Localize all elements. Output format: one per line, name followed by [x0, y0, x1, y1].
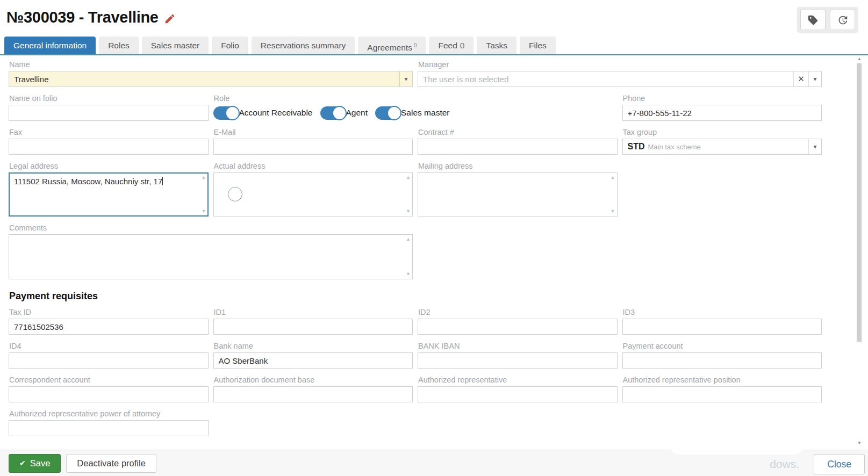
fax-field: Fax — [9, 128, 209, 155]
role-field: Role Account Receivable Agent Sales mast… — [213, 94, 618, 121]
mailing-address-field: Mailing address ▲ ▼ — [418, 162, 618, 217]
toggle-knob — [225, 106, 240, 120]
correspondent-account-label: Correspondent account — [9, 376, 209, 384]
actual-address-label: Actual address — [214, 162, 413, 170]
tax-group-dropdown-caret-icon[interactable]: ▾ — [808, 139, 821, 154]
check-icon: ✔ — [19, 459, 26, 467]
actual-address-field: Actual address ▲ ▼ — [213, 162, 413, 217]
white-smear-artifact — [669, 434, 804, 455]
tax-group-select[interactable]: STDMain tax scheme ▾ — [622, 139, 822, 155]
authorized-representative-position-input[interactable] — [622, 386, 822, 402]
header-action-group — [797, 7, 858, 33]
authorized-representative-position-field: Authorized representative position — [622, 376, 822, 402]
bank-name-input[interactable] — [213, 352, 413, 369]
id3-input[interactable] — [622, 319, 822, 335]
manager-label: Manager — [418, 60, 822, 69]
bank-name-field: Bank name — [213, 342, 413, 369]
authorization-document-base-input[interactable] — [213, 386, 413, 402]
email-input[interactable] — [213, 139, 413, 155]
tab-agreements[interactable]: Agreements0 — [358, 37, 426, 54]
name-value: Travelline — [9, 75, 399, 84]
scrollbar-thumb[interactable] — [857, 63, 862, 342]
legal-address-label: Legal address — [9, 162, 209, 170]
name-on-folio-input[interactable] — [9, 105, 209, 121]
tab-files[interactable]: Files — [520, 37, 556, 54]
id4-field: ID4 — [9, 342, 209, 369]
comments-label: Comments — [9, 223, 413, 232]
history-button[interactable] — [830, 10, 855, 30]
tax-group-desc: Main tax scheme — [648, 143, 701, 151]
edit-title-pencil-icon[interactable] — [164, 13, 176, 25]
id4-label: ID4 — [9, 342, 209, 350]
authorized-representative-field: Authorized representative — [418, 376, 618, 402]
contract-input[interactable] — [418, 139, 618, 155]
history-icon — [837, 15, 848, 26]
tab-general-information[interactable]: General information — [4, 37, 96, 54]
id1-input[interactable] — [213, 319, 413, 335]
mailing-address-textarea[interactable] — [418, 172, 618, 217]
id4-input[interactable] — [9, 352, 209, 369]
manager-combobox[interactable]: The user is not selected ✕ ▾ — [418, 71, 822, 87]
manager-placeholder: The user is not selected — [418, 75, 793, 84]
toggle-sales-master-label: Sales master — [401, 108, 449, 118]
fax-input[interactable] — [9, 139, 209, 155]
scrollbar-up-icon[interactable]: ▲ — [857, 57, 862, 61]
toggle-knob — [387, 106, 401, 120]
tax-group-label: Tax group — [623, 128, 822, 136]
agreements-count-badge: 0 — [414, 42, 417, 48]
tax-id-field: Tax ID — [9, 308, 209, 335]
tab-folio[interactable]: Folio — [212, 37, 248, 54]
name-dropdown-caret-icon[interactable]: ▾ — [399, 71, 412, 86]
tax-id-input[interactable] — [9, 319, 209, 335]
tag-icon — [807, 15, 819, 26]
tax-group-code: STD — [628, 142, 645, 151]
tab-roles[interactable]: Roles — [99, 37, 139, 54]
manager-clear-icon[interactable]: ✕ — [793, 71, 808, 86]
email-field: E-Mail — [213, 128, 413, 155]
manager-dropdown-caret-icon[interactable]: ▾ — [808, 71, 821, 86]
id2-input[interactable] — [418, 319, 618, 335]
mailing-address-label: Mailing address — [418, 162, 618, 170]
id2-label: ID2 — [418, 308, 618, 316]
name-on-folio-label: Name on folio — [9, 94, 209, 103]
name-label: Name — [9, 60, 413, 69]
toggle-knob — [332, 106, 347, 120]
authorized-representative-input[interactable] — [418, 386, 618, 402]
tab-tasks[interactable]: Tasks — [477, 37, 517, 54]
id2-field: ID2 — [418, 308, 618, 335]
general-information-panel: Name Travelline ▾ Manager The user is no… — [0, 55, 868, 450]
tab-sales-master[interactable]: Sales master — [142, 37, 209, 54]
tags-button[interactable] — [800, 10, 826, 30]
comments-textarea[interactable] — [9, 234, 413, 279]
payment-requisites-heading: Payment requisites — [9, 291, 822, 302]
page-header: №300039 - Travelline — [6, 9, 176, 26]
close-button[interactable]: Close — [814, 454, 865, 474]
text-cursor — [162, 177, 163, 185]
role-label: Role — [214, 94, 618, 103]
actual-address-textarea[interactable] — [213, 172, 413, 217]
windows-watermark-fragment: dows. — [770, 458, 799, 471]
name-on-folio-field: Name on folio — [9, 94, 209, 121]
phone-label: Phone — [623, 94, 822, 103]
save-button[interactable]: ✔ Save — [9, 454, 61, 473]
phone-field: Phone — [622, 94, 822, 121]
toggle-sales-master[interactable] — [375, 106, 400, 120]
legal-address-textarea[interactable]: 111502 Russia, Moscow, Nauchniy str, 17 — [9, 172, 209, 217]
correspondent-account-input[interactable] — [9, 386, 209, 402]
authorization-document-base-label: Authorization document base — [214, 376, 413, 384]
toggle-agent[interactable] — [320, 106, 346, 120]
toggle-account-receivable[interactable] — [213, 106, 239, 120]
scrollbar-down-icon[interactable]: ▼ — [857, 441, 862, 445]
manager-field: Manager The user is not selected ✕ ▾ — [418, 60, 822, 87]
bank-iban-input[interactable] — [418, 352, 618, 369]
payment-account-input[interactable] — [622, 352, 822, 369]
deactivate-profile-button[interactable]: Deactivate profile — [66, 454, 156, 473]
authorized-representative-label: Authorized representative — [418, 376, 618, 384]
tab-reservations-summary[interactable]: Reservations summary — [252, 37, 355, 54]
tab-feed[interactable]: Feed0 — [429, 37, 474, 54]
vertical-scrollbar[interactable]: ▲ ▼ — [857, 56, 862, 444]
power-of-attorney-input[interactable] — [9, 420, 209, 436]
phone-input[interactable] — [622, 105, 822, 121]
tax-id-label: Tax ID — [9, 308, 209, 316]
name-combobox[interactable]: Travelline ▾ — [9, 71, 413, 87]
